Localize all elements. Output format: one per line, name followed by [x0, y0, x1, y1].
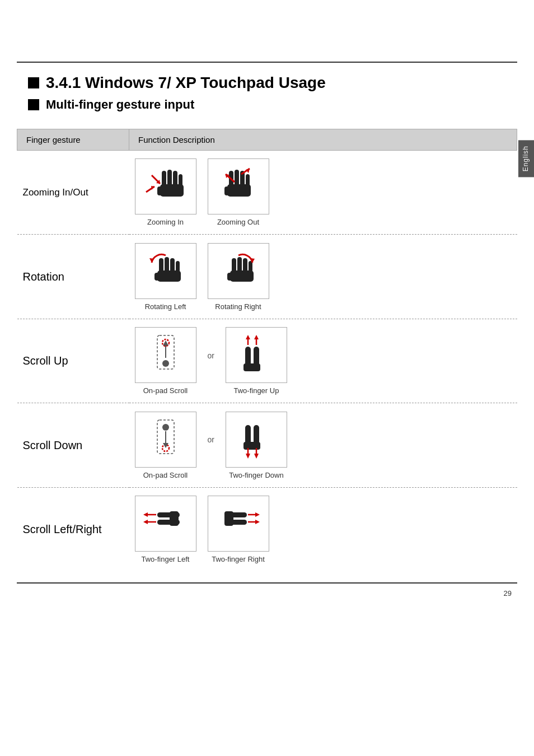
table-row-scroll-lr: Scroll Left/Right	[17, 488, 517, 571]
main-title-text: 3.4.1 Windows 7/ XP Touchpad Usage	[46, 74, 326, 92]
header-section: 3.4.1 Windows 7/ XP Touchpad Usage Multi…	[0, 63, 534, 118]
gesture-table: Finger gesture Function Description Zoom…	[17, 129, 517, 571]
function-images-scroll-up: On-pad Scroll or	[135, 327, 512, 395]
image-box-zoom-out	[208, 158, 269, 214]
svg-rect-15	[224, 186, 229, 195]
svg-rect-2	[173, 171, 177, 186]
function-cell-rotation: Rotating Left	[129, 235, 517, 319]
gesture-label-scroll-down: Scroll Down	[23, 439, 83, 451]
svg-marker-45	[254, 335, 259, 339]
svg-rect-53	[243, 442, 260, 450]
image-label-two-down: Two-finger Down	[229, 471, 284, 479]
svg-marker-38	[163, 340, 168, 346]
gesture-label-scroll-up: Scroll Up	[23, 354, 68, 367]
image-label-zoom-out: Zooming Out	[217, 218, 259, 226]
svg-rect-14	[227, 184, 251, 197]
image-box-two-down	[226, 412, 287, 468]
image-box-two-up	[226, 327, 287, 383]
image-item-two-left: Two-finger Left	[135, 496, 196, 563]
function-images-scroll-lr: Two-finger Left	[135, 496, 512, 563]
sub-title-text: Multi-finger gesture input	[46, 97, 194, 112]
image-label-two-right: Two-finger Right	[212, 555, 265, 563]
image-label-onpad-down: On-pad Scroll	[143, 471, 188, 479]
page-container: English 3.4.1 Windows 7/ XP Touchpad Usa…	[0, 62, 534, 756]
image-box-zoom-in	[135, 158, 196, 214]
svg-rect-24	[157, 270, 181, 282]
image-item-two-down: Two-finger Down	[226, 412, 287, 479]
gesture-name-scroll-lr: Scroll Left/Right	[17, 488, 129, 571]
image-box-two-right	[208, 496, 269, 552]
gesture-name-scroll-down: Scroll Down	[17, 404, 129, 488]
table-row-scroll-down: Scroll Down	[17, 404, 517, 488]
side-tab: English	[518, 140, 534, 177]
gesture-label-scroll-lr: Scroll Left/Right	[23, 523, 102, 535]
image-box-onpad-up	[135, 327, 196, 383]
function-images-scroll-down: On-pad Scroll or	[135, 412, 512, 479]
svg-marker-64	[143, 520, 148, 524]
image-item-zoom-out: Zooming Out	[208, 158, 269, 226]
svg-marker-71	[255, 520, 260, 524]
image-label-onpad-up: On-pad Scroll	[143, 386, 188, 395]
image-box-rotate-left	[135, 243, 196, 299]
image-box-two-left	[135, 496, 196, 552]
or-text-scroll-down: or	[208, 435, 214, 444]
or-text-scroll-up: or	[208, 351, 214, 360]
svg-rect-5	[157, 186, 162, 195]
svg-rect-67	[224, 511, 233, 526]
svg-rect-32	[227, 273, 232, 281]
image-item-two-up: Two-finger Up	[226, 327, 287, 395]
svg-marker-57	[254, 454, 259, 459]
image-label-zoom-in: Zooming In	[147, 218, 184, 226]
main-title: 3.4.1 Windows 7/ XP Touchpad Usage	[28, 74, 506, 92]
svg-rect-25	[154, 273, 159, 281]
gesture-name-zoom: Zooming In/Out	[17, 151, 129, 235]
table-row-rotation: Rotation	[17, 235, 517, 319]
bullet-square-2	[28, 99, 39, 110]
image-box-onpad-down	[135, 412, 196, 468]
svg-marker-9	[151, 186, 154, 190]
svg-rect-60	[170, 511, 179, 526]
svg-marker-69	[255, 512, 260, 517]
table-header-row: Finger gesture Function Description	[17, 129, 517, 151]
image-item-zoom-in: Zooming In	[135, 158, 196, 226]
image-label-rotate-right: Rotating Right	[215, 302, 261, 311]
image-item-two-right: Two-finger Right	[208, 496, 269, 563]
svg-rect-41	[243, 363, 260, 371]
table-row-scroll-up: Scroll Up	[17, 319, 517, 403]
image-label-two-up: Two-finger Up	[233, 386, 279, 395]
function-cell-scroll-up: On-pad Scroll or	[129, 319, 517, 403]
function-cell-zoom: Zooming In	[129, 151, 517, 235]
gesture-label-rotation: Rotation	[23, 270, 65, 283]
svg-point-36	[162, 360, 169, 367]
gesture-name-rotation: Rotation	[17, 235, 129, 319]
svg-marker-43	[246, 335, 250, 339]
image-label-rotate-left: Rotating Left	[145, 302, 186, 311]
function-images-rotation: Rotating Left	[135, 243, 512, 311]
sub-title: Multi-finger gesture input	[28, 97, 506, 112]
image-item-rotate-right: Rotating Right	[208, 243, 269, 311]
gesture-label: Zooming In/Out	[23, 187, 88, 198]
image-item-rotate-left: Rotating Left	[135, 243, 196, 311]
bullet-square	[28, 77, 39, 88]
function-images-zoom: Zooming In	[135, 158, 512, 226]
table-row: Zooming In/Out	[17, 151, 517, 235]
col2-header: Function Description	[129, 129, 517, 151]
image-item-onpad-up: On-pad Scroll	[135, 327, 196, 395]
svg-marker-55	[246, 454, 250, 459]
function-cell-scroll-down: On-pad Scroll or	[129, 404, 517, 488]
image-item-onpad-down: On-pad Scroll	[135, 412, 196, 479]
svg-point-47	[162, 424, 169, 431]
image-label-two-left: Two-finger Left	[142, 555, 190, 563]
image-box-rotate-right	[208, 243, 269, 299]
function-cell-scroll-lr: Two-finger Left	[129, 488, 517, 571]
svg-rect-31	[230, 270, 254, 282]
svg-marker-62	[143, 512, 148, 517]
col1-header: Finger gesture	[17, 129, 129, 151]
svg-rect-4	[160, 184, 184, 197]
page-number: 29	[0, 584, 534, 603]
gesture-name-scroll-up: Scroll Up	[17, 319, 129, 403]
